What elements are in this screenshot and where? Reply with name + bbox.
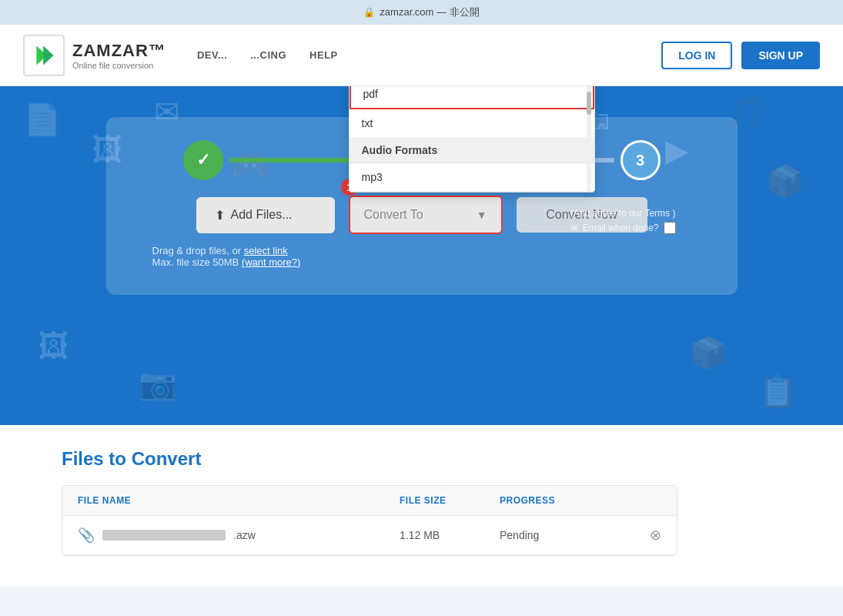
bg-icon-11: 📦 xyxy=(689,335,728,371)
right-controls: (And agree to our Terms ) ✉ Email when d… xyxy=(570,208,676,234)
step-1-circle: ✓ xyxy=(183,140,223,180)
logo-text: ZAMZAR™ Online file conversion xyxy=(72,41,166,70)
terms-line: (And agree to our Terms ) xyxy=(570,208,676,219)
dropdown-item-txt[interactable]: txt xyxy=(350,109,594,138)
select-link[interactable]: select link xyxy=(244,245,288,256)
dropdown-item-mp3[interactable]: mp3 xyxy=(350,163,594,192)
add-files-button[interactable]: ⬆ Add Files... xyxy=(196,197,335,233)
logo-icon xyxy=(23,35,65,76)
conversion-box: ✓ ✓ 3 ⬆ Add Files... 1 eBook Formats prc xyxy=(106,117,738,295)
convert-to-wrapper: 1 eBook Formats prc rb tcr Document Form… xyxy=(349,196,503,234)
file-name-cell: 📎 .azw xyxy=(78,527,400,544)
file-attachment-icon: 📎 xyxy=(78,527,95,544)
login-button[interactable]: LOG IN xyxy=(661,42,732,69)
files-section: Files to Convert FILE NAME FILE SIZE PRO… xyxy=(0,425,843,587)
bg-icon-1: 📄 xyxy=(23,102,62,138)
files-title-prefix: Files to xyxy=(62,448,132,469)
agree-end: ) xyxy=(672,208,675,219)
drag-text-label: Drag & drop files, or xyxy=(152,245,244,256)
browser-bar: 🔒 zamzar.com — 非公開 xyxy=(0,0,843,25)
nav-item-dev[interactable]: DEV... xyxy=(197,49,227,61)
email-line: ✉ Email when done? xyxy=(570,222,676,234)
nav-item-help[interactable]: HELP xyxy=(309,49,338,61)
upload-icon: ⬆ xyxy=(215,208,225,223)
max-size-label: Max. file size 50MB xyxy=(152,256,242,268)
bg-icon-9: 🖼 xyxy=(38,329,69,363)
convert-to-button[interactable]: Convert To ▼ xyxy=(349,196,503,234)
email-icon: ✉ xyxy=(570,223,578,233)
file-name-blurred xyxy=(102,530,226,541)
nav-links: DEV... ...CING HELP xyxy=(197,49,661,61)
dropdown-scrollbar-track xyxy=(587,86,591,192)
files-table: FILE NAME FILE SIZE PROGRESS 📎 .azw 1.12… xyxy=(62,485,677,556)
header-buttons: LOG IN SIGN UP xyxy=(661,42,820,69)
convert-to-dropdown-menu[interactable]: eBook Formats prc rb tcr Document Format… xyxy=(349,86,595,192)
browser-url: zamzar.com — 非公開 xyxy=(380,5,479,19)
logo-sub: Online file conversion xyxy=(72,61,166,70)
logo-name: ZAMZAR™ xyxy=(72,41,166,61)
hero-section: 📄 🖼 ✉ 🎮 🗂 ▶ 🎵 📦 🖼 📷 📦 📋 ✓ ✓ 3 ⬆ Add File… xyxy=(0,86,843,425)
logo-area: ZAMZAR™ Online file conversion xyxy=(23,35,166,76)
file-name-suffix: .azw xyxy=(233,529,256,541)
files-table-header: FILE NAME FILE SIZE PROGRESS xyxy=(62,486,677,516)
files-title-highlight: Convert xyxy=(132,448,202,469)
dropdown-scrollbar-thumb xyxy=(587,92,591,115)
nav-item-pricing[interactable]: ...CING xyxy=(250,49,286,61)
terms-link[interactable]: Terms xyxy=(644,208,670,219)
email-checkbox[interactable] xyxy=(664,222,676,234)
email-label: Email when done? xyxy=(583,223,659,233)
bg-icon-10: 📷 xyxy=(139,366,177,402)
col-progress: PROGRESS xyxy=(500,495,623,506)
col-filesize: FILE SIZE xyxy=(400,495,500,506)
table-row: 📎 .azw 1.12 MB Pending ⊗ xyxy=(62,516,677,555)
group-label-audio: Audio Formats xyxy=(350,138,594,163)
dropdown-item-pdf[interactable]: pdf xyxy=(350,86,594,109)
header: ZAMZAR™ Online file conversion DEV... ..… xyxy=(0,25,843,86)
col-filename: FILE NAME xyxy=(78,495,400,506)
want-more-link[interactable]: (want more?) xyxy=(242,256,301,268)
file-size-cell: 1.12 MB xyxy=(400,529,500,541)
signup-button[interactable]: SIGN UP xyxy=(741,42,820,69)
step-3-circle: 3 xyxy=(621,140,661,180)
controls-row: ⬆ Add Files... 1 eBook Formats prc rb tc… xyxy=(137,196,707,234)
dropdown-arrow-icon: ▼ xyxy=(477,209,487,221)
agree-text: (And agree to our xyxy=(570,208,645,219)
file-progress-cell: Pending xyxy=(500,529,623,541)
bg-icon-12: 📋 xyxy=(758,373,797,410)
file-remove-button[interactable]: ⊗ xyxy=(623,527,661,544)
files-section-title: Files to Convert xyxy=(62,448,781,470)
drag-drop-text: Drag & drop files, or select link Max. f… xyxy=(137,245,707,268)
convert-to-label: Convert To xyxy=(364,208,423,222)
bg-icon-8: 📦 xyxy=(766,163,805,199)
lock-icon: 🔒 xyxy=(363,7,375,18)
add-files-label: Add Files... xyxy=(231,208,293,222)
